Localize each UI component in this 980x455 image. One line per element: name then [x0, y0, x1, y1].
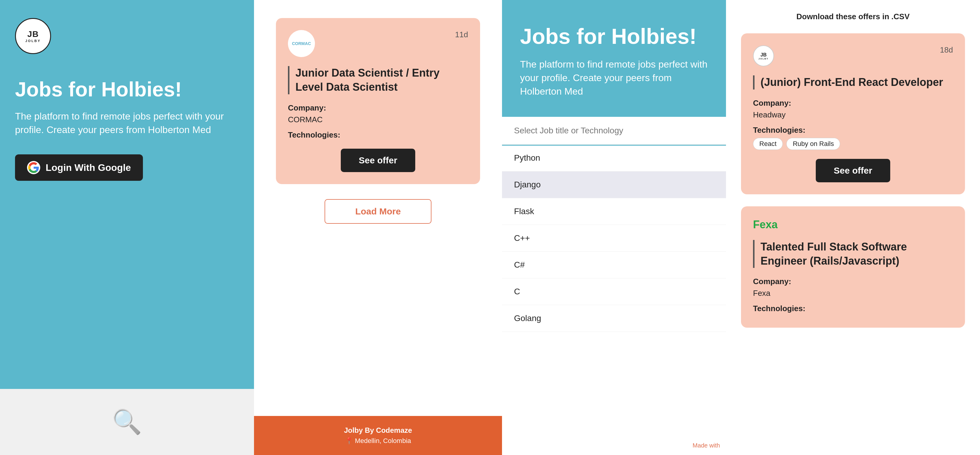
dropdown-item[interactable]: C: [502, 278, 726, 305]
search-input[interactable]: [502, 117, 726, 145]
card2-company-label: Company:: [753, 99, 953, 108]
see-offer-button-1[interactable]: See offer: [341, 149, 415, 172]
card3-company-value: Fexa: [753, 289, 953, 298]
search-dropdown-container: PythonDjangoFlaskC++C#CGolang: [502, 116, 726, 455]
dropdown-item[interactable]: C++: [502, 225, 726, 252]
fexa-logo-text: Fexa: [753, 218, 778, 231]
footer-location: 📍 Medellin, Colombia: [345, 437, 411, 445]
dropdown-item[interactable]: Django: [502, 172, 726, 198]
card2-header: JB JOLBY 18d: [753, 45, 953, 66]
panel3-headline: Jobs for Holbies!: [520, 24, 708, 49]
fexa-logo-container: Fexa: [753, 218, 778, 231]
search-icon-decorative: 🔍: [112, 408, 142, 436]
google-icon: [27, 161, 40, 174]
panel3-hero: Jobs for Holbies! The platform to find r…: [502, 0, 726, 116]
tech-tags-container: ReactRuby on Rails: [753, 138, 953, 150]
jb-logo-small: JB JOLBY: [753, 45, 774, 66]
card3-tech-label: Technologies:: [753, 304, 953, 313]
technologies-section: Technologies:: [288, 130, 468, 140]
tech-tag: Ruby on Rails: [786, 138, 840, 150]
google-login-button[interactable]: Login With Google: [15, 154, 143, 181]
panel3-subtitle: The platform to find remote jobs perfect…: [520, 58, 708, 98]
card2-company-section: Company: Headway: [753, 99, 953, 119]
panel2-footer: Jolby By Codemaze 📍 Medellin, Colombia: [254, 416, 502, 455]
card2-job-title: (Junior) Front-End React Developer: [760, 76, 943, 88]
dropdown-list: PythonDjangoFlaskC++C#CGolang: [502, 145, 726, 332]
panel-job-card: CORMAC 11d Junior Data Scientist / Entry…: [254, 0, 502, 455]
dropdown-item[interactable]: Flask: [502, 198, 726, 225]
made-with-text: Made with: [693, 442, 720, 449]
job-days-ago: 11d: [455, 30, 468, 39]
card2-company-value: Headway: [753, 110, 953, 119]
dropdown-item[interactable]: C#: [502, 252, 726, 278]
tech-tag: React: [753, 138, 783, 150]
dropdown-item[interactable]: Python: [502, 145, 726, 172]
logo-jolby-text: JOLBY: [25, 39, 41, 43]
jolby-logo: JB JOLBY: [15, 18, 51, 54]
panel3-footer: Made with: [687, 436, 726, 455]
load-more-button[interactable]: Load More: [325, 199, 431, 224]
card2-tech-section: Technologies: ReactRuby on Rails: [753, 126, 953, 150]
cormac-logo-circle: CORMAC: [288, 30, 315, 57]
footer-company: Jolby By Codemaze: [344, 426, 412, 434]
card3-company-label: Company:: [753, 277, 953, 286]
card2-title-section: (Junior) Front-End React Developer: [753, 75, 953, 89]
panel-login: JB JOLBY Jobs for Holbies! The platform …: [0, 0, 254, 455]
job-card-cormac: CORMAC 11d Junior Data Scientist / Entry…: [276, 18, 480, 184]
company-section: Company: CORMAC: [288, 103, 468, 124]
pin-icon: 📍: [345, 437, 353, 445]
google-login-label: Login With Google: [46, 162, 131, 173]
job-title-section: Junior Data Scientist / Entry Level Data…: [288, 66, 468, 94]
csv-header: Download these offers in .CSV: [741, 12, 965, 21]
card2-tech-label: Technologies:: [753, 126, 953, 135]
panel-csv: Download these offers in .CSV JB JOLBY 1…: [726, 0, 980, 455]
panel-search: Jobs for Holbies! The platform to find r…: [502, 0, 726, 455]
panel1-subtitle: The platform to find remote jobs perfect…: [15, 110, 239, 137]
job-card-fexa: Fexa Talented Full Stack Software Engine…: [741, 206, 965, 328]
jb-small-jb: JB: [760, 52, 767, 58]
card3-header: Fexa: [753, 218, 953, 231]
company-label: Company:: [288, 103, 468, 113]
see-offer-button-2[interactable]: See offer: [816, 159, 890, 182]
company-value: CORMAC: [288, 115, 468, 124]
job-card-headway: JB JOLBY 18d (Junior) Front-End React De…: [741, 33, 965, 194]
panel1-headline: Jobs for Holbies!: [15, 78, 239, 100]
footer-location-text: Medellin, Colombia: [355, 437, 411, 445]
card3-title-section: Talented Full Stack Software Engineer (R…: [753, 240, 953, 268]
panel1-bottom-section: 🔍: [0, 389, 254, 455]
cormac-icon-text: CORMAC: [292, 41, 311, 46]
job-title-text: Junior Data Scientist / Entry Level Data…: [296, 67, 439, 93]
google-g-svg: [28, 162, 39, 173]
jb-small-jolby: JOLBY: [759, 58, 768, 60]
dropdown-item[interactable]: Golang: [502, 305, 726, 332]
logo-jb-text: JB: [27, 29, 39, 39]
card2-days-ago: 18d: [940, 45, 953, 55]
card3-job-title: Talented Full Stack Software Engineer (R…: [760, 240, 907, 267]
card3-tech-section: Technologies:: [753, 304, 953, 313]
card3-company-section: Company: Fexa: [753, 277, 953, 298]
card-header: CORMAC 11d: [288, 30, 468, 57]
technologies-label: Technologies:: [288, 130, 468, 140]
